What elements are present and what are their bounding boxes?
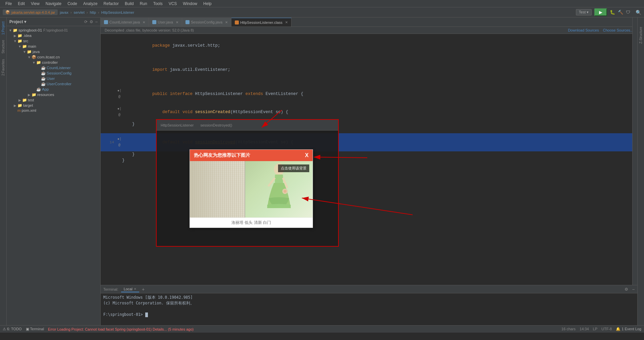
tab-close-countlistener[interactable]: ✕ xyxy=(143,20,145,24)
tree-package[interactable]: ▼ 📦 com.itcast.cn xyxy=(7,54,100,60)
menu-file[interactable]: File xyxy=(3,1,14,7)
tree-arrow-target: ▶ xyxy=(13,104,17,107)
tree-target[interactable]: ▶ 📁 target xyxy=(7,103,100,108)
tab-close-user[interactable]: ✕ xyxy=(176,20,178,24)
menu-navigate[interactable]: Navigate xyxy=(43,1,64,7)
tree-label-root: springboot-01 xyxy=(18,28,42,32)
decompile-text: Decompiled .class file, bytecode version… xyxy=(105,28,194,32)
tree-idea[interactable]: ▶ 📁 .idea xyxy=(7,33,100,38)
tab-httpsessionlistener[interactable]: HttpSessionListener.class ✕ xyxy=(231,18,291,27)
breadcrumb-class[interactable]: HttpSessionListener xyxy=(101,10,134,14)
tree-arrow-main: ▼ xyxy=(17,45,22,48)
favorites-toggle[interactable]: 2:Favorites xyxy=(1,56,6,78)
todo-button[interactable]: ⚠ 6: TODO xyxy=(3,327,22,331)
folder-icon-main: 📁 xyxy=(22,44,27,49)
menu-vcs[interactable]: VCS xyxy=(166,1,180,7)
tab-sessionconfig[interactable]: SessionConfig.java ✕ xyxy=(182,18,231,27)
tree-app[interactable]: ☕ App xyxy=(7,87,100,92)
tab-close-sessionconfig[interactable]: ✕ xyxy=(225,20,228,24)
tree-label-user: User xyxy=(47,77,55,81)
breadcrumb-javax[interactable]: javax xyxy=(60,10,68,14)
tree-test[interactable]: ▶ 📁 test xyxy=(7,97,100,103)
tree-countlistener[interactable]: ☕ CountListener xyxy=(7,65,100,70)
tab-close-httpsession[interactable]: ✕ xyxy=(285,20,288,24)
event-log-button[interactable]: 🔔 1 Event Log xyxy=(616,327,641,331)
menu-code[interactable]: Code xyxy=(65,1,80,7)
build-icon[interactable]: 🔨 xyxy=(618,10,623,15)
jar-label[interactable]: 📦 jakarta.servlet-api-4.0.4.jar xyxy=(3,9,58,15)
java-icon-count: ☕ xyxy=(41,65,46,70)
sync-icon[interactable]: ⟳ xyxy=(84,19,88,24)
cursor-block xyxy=(145,312,148,317)
tree-user[interactable]: ☕ User xyxy=(7,76,100,81)
tab-icon-countlistener xyxy=(104,20,108,24)
debug-icon[interactable]: 🐛 xyxy=(610,10,615,15)
tree-arrow-test: ▶ xyxy=(17,98,22,102)
terminal-tab-local[interactable]: Local ✕ xyxy=(121,286,139,292)
menu-window[interactable]: Window xyxy=(180,1,200,7)
tree-label-java: java xyxy=(33,50,40,54)
popup-close-button[interactable]: X xyxy=(305,152,309,158)
tree-label-main: main xyxy=(28,44,36,48)
tree-arrow-pkg: ▼ xyxy=(27,55,32,59)
chars-count: 16 chars xyxy=(561,327,576,331)
structure-view-toggle[interactable]: Structure xyxy=(1,37,6,56)
tab-countlistener[interactable]: CountListener.java ✕ xyxy=(101,18,149,27)
minimize-icon[interactable]: – xyxy=(95,19,98,24)
toolbar: 📦 jakarta.servlet-api-4.0.4.jar javax › … xyxy=(0,7,644,17)
tree-label-countlistener: CountListener xyxy=(47,66,71,70)
tree-usercontroller[interactable]: ☕ UserController xyxy=(7,81,100,87)
tree-label-app: App xyxy=(42,87,49,91)
tree-src[interactable]: ▼ 📁 src xyxy=(7,38,100,44)
folder-icon-ctrl: 📁 xyxy=(36,60,41,65)
tree-controller[interactable]: ▼ 📁 controller xyxy=(7,60,100,65)
run-button[interactable]: ▶ xyxy=(594,8,607,16)
menu-help[interactable]: Help xyxy=(201,1,214,7)
menu-build[interactable]: Build xyxy=(122,1,137,7)
shield-icon[interactable]: 🛡 xyxy=(626,10,630,15)
right-gutter xyxy=(632,17,637,325)
use-background-button[interactable]: 点击使用该背景 xyxy=(278,164,309,172)
tree-main[interactable]: ▼ 📁 main xyxy=(7,44,100,49)
download-sources-link[interactable]: Download Sources xyxy=(568,28,599,32)
terminal-minimize-icon[interactable]: – xyxy=(632,287,635,292)
add-terminal-button[interactable]: + xyxy=(142,287,145,292)
menu-tools[interactable]: Tools xyxy=(151,1,165,7)
gear-icon[interactable]: ⚙ xyxy=(90,19,93,24)
search-icon[interactable]: 🔍 xyxy=(636,10,641,15)
tree-sessionconfig[interactable]: ☕ SessionConfig xyxy=(7,70,100,76)
tree-root[interactable]: ▼ 📁 springboot-01 F:\springboot-01 xyxy=(7,28,100,33)
terminal-status-button[interactable]: ▣ Terminal xyxy=(26,327,44,331)
xml-icon-pom: m xyxy=(17,108,21,112)
tree-resources[interactable]: ▶ 📁 resources xyxy=(7,92,100,97)
tab-user[interactable]: User.java ✕ xyxy=(149,18,182,27)
menu-analyze[interactable]: Analyze xyxy=(80,1,100,7)
bottom-panel: Terminal: Local ✕ + ⚙ – Microsoft Window… xyxy=(101,285,637,325)
popup-image-area[interactable]: 点击使用该背景 xyxy=(190,161,313,217)
menu-refactor[interactable]: Refactor xyxy=(101,1,121,7)
z-structure-label[interactable]: Z-Structure xyxy=(638,24,643,46)
menu-run[interactable]: Run xyxy=(137,1,150,7)
menu-edit[interactable]: Edit xyxy=(15,1,28,7)
terminal-gear-icon[interactable]: ⚙ xyxy=(625,287,628,292)
test-config-button[interactable]: Test ▾ xyxy=(576,9,592,15)
choose-sources-link[interactable]: Choose Sources... xyxy=(603,28,634,32)
breadcrumb-http[interactable]: http xyxy=(90,10,96,14)
lp-label: LP xyxy=(593,327,597,331)
z-structure-sidebar: Z-Structure xyxy=(637,17,644,325)
tree-arrow-res: ▶ xyxy=(27,93,32,97)
java-icon-session: ☕ xyxy=(41,71,46,76)
project-tree: ▼ 📁 springboot-01 F:\springboot-01 ▶ 📁 .… xyxy=(7,26,100,325)
tree-pom[interactable]: m pom.xml xyxy=(7,108,100,113)
statusbar: ⚠ 6: TODO ▣ Terminal Error Loading Proje… xyxy=(0,325,644,333)
java-icon-user: ☕ xyxy=(41,76,46,81)
tree-java[interactable]: ▼ 📁 java xyxy=(7,49,100,54)
breadcrumb-servlet[interactable]: servlet xyxy=(74,10,85,14)
tab-label-sessionconfig: SessionConfig.java xyxy=(191,20,222,24)
tree-arrow-src: ▼ xyxy=(13,39,17,43)
menu-view[interactable]: View xyxy=(28,1,42,7)
error-text[interactable]: Error Loading Project: Cannot load facet… xyxy=(48,327,194,331)
local-close[interactable]: ✕ xyxy=(134,287,137,291)
tree-arrow-idea: ▶ xyxy=(13,34,17,38)
project-view-toggle[interactable]: 1:Project xyxy=(1,19,6,37)
